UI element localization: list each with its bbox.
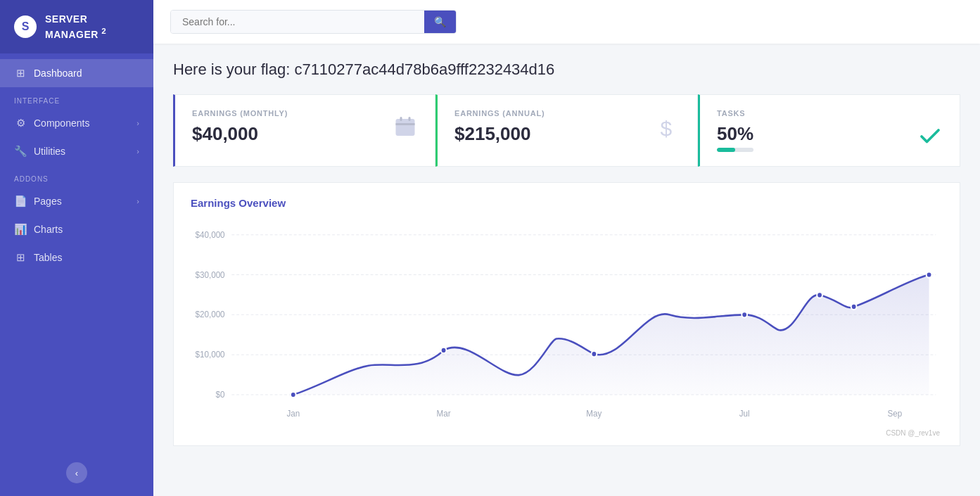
sidebar-item-label: Components bbox=[34, 117, 89, 129]
earnings-monthly-icon bbox=[393, 115, 418, 145]
sidebar-item-label: Tables bbox=[34, 252, 62, 263]
card-value: $40,000 bbox=[192, 123, 258, 145]
svg-point-26 bbox=[927, 272, 932, 277]
svg-text:May: May bbox=[586, 409, 602, 419]
section-label-addons: ADDONS bbox=[0, 165, 153, 187]
svg-rect-1 bbox=[396, 123, 415, 125]
svg-point-22 bbox=[591, 351, 597, 357]
chart-area: $40,000 $30,000 $20,000 $10,000 $0 Jan M… bbox=[191, 220, 943, 438]
sidebar-item-label: Utilities bbox=[34, 146, 65, 157]
sidebar-collapse-button[interactable]: ‹ bbox=[66, 462, 87, 483]
svg-text:$0: $0 bbox=[216, 390, 225, 400]
card-label: EARNINGS (ANNUAL) bbox=[454, 109, 680, 117]
svg-rect-3 bbox=[409, 117, 411, 121]
sidebar-item-pages[interactable]: 📄 Pages › bbox=[0, 187, 153, 215]
sidebar-app-title: SERVERMANAGER 2 bbox=[45, 13, 106, 41]
logo-icon: S bbox=[14, 15, 37, 38]
dashboard-icon: ⊞ bbox=[14, 67, 27, 80]
svg-text:Jan: Jan bbox=[286, 409, 300, 419]
tables-icon: ⊞ bbox=[14, 251, 27, 264]
search-wrapper: 🔍 bbox=[170, 10, 457, 34]
svg-point-25 bbox=[851, 304, 857, 310]
svg-point-21 bbox=[441, 348, 447, 353]
svg-text:$40,000: $40,000 bbox=[196, 229, 225, 239]
watermark: CSDN @_rev1ve bbox=[886, 429, 940, 437]
sidebar-item-components[interactable]: ⚙ Components › bbox=[0, 109, 153, 137]
tasks-icon bbox=[917, 124, 943, 152]
svg-text:Sep: Sep bbox=[888, 409, 903, 419]
card-earnings-monthly: EARNINGS (MONTHLY) $40,000 bbox=[173, 94, 435, 167]
sidebar-item-dashboard[interactable]: ⊞ Dashboard bbox=[0, 59, 153, 87]
chart-title: Earnings Overview bbox=[191, 197, 943, 209]
main-area: 🔍 Here is your flag: c7110277ac44d78b6a9… bbox=[153, 0, 980, 496]
cards-row: EARNINGS (MONTHLY) $40,000 EARNING bbox=[173, 94, 960, 167]
sidebar-item-charts[interactable]: 📊 Charts bbox=[0, 215, 153, 243]
svg-text:Jul: Jul bbox=[739, 409, 750, 419]
svg-text:$: $ bbox=[661, 117, 673, 140]
pages-icon: 📄 bbox=[14, 195, 27, 208]
svg-point-23 bbox=[742, 312, 747, 317]
progress-bar bbox=[717, 148, 753, 152]
sidebar-item-tables[interactable]: ⊞ Tables bbox=[0, 243, 153, 272]
sidebar: S SERVERMANAGER 2 ⊞ Dashboard INTERFACE … bbox=[0, 0, 153, 496]
sidebar-item-label: Dashboard bbox=[34, 68, 82, 79]
sidebar-logo: S SERVERMANAGER 2 bbox=[0, 0, 153, 53]
svg-point-20 bbox=[291, 392, 296, 398]
utilities-icon: 🔧 bbox=[14, 145, 27, 158]
search-input[interactable] bbox=[171, 11, 424, 33]
svg-rect-2 bbox=[400, 117, 402, 121]
components-icon: ⚙ bbox=[14, 117, 27, 129]
card-value: 50% bbox=[717, 123, 753, 145]
logo-letter: S bbox=[22, 20, 30, 33]
card-value: $215,000 bbox=[454, 123, 530, 145]
chevron-right-icon: › bbox=[136, 119, 139, 127]
content-area: Here is your flag: c7110277ac44d78b6a9ff… bbox=[153, 44, 980, 496]
card-earnings-annual: EARNINGS (ANNUAL) $215,000 $ bbox=[435, 94, 698, 167]
earnings-annual-icon: $ bbox=[655, 115, 680, 145]
earnings-chart: $40,000 $30,000 $20,000 $10,000 $0 Jan M… bbox=[191, 220, 943, 438]
card-label: EARNINGS (MONTHLY) bbox=[192, 109, 418, 117]
section-label-interface: INTERFACE bbox=[0, 87, 153, 109]
svg-text:$10,000: $10,000 bbox=[196, 350, 225, 360]
progress-bar-wrapper bbox=[717, 148, 753, 152]
search-icon: 🔍 bbox=[434, 16, 446, 27]
svg-point-24 bbox=[817, 292, 822, 298]
topbar: 🔍 bbox=[153, 0, 980, 44]
card-tasks: TASKS 50% bbox=[698, 94, 960, 167]
chart-card: Earnings Overview $40,000 $30,000 $20,00… bbox=[173, 182, 960, 446]
sidebar-item-label: Charts bbox=[34, 224, 63, 235]
svg-text:$20,000: $20,000 bbox=[196, 310, 225, 319]
svg-rect-0 bbox=[396, 119, 415, 136]
progress-fill bbox=[717, 148, 735, 152]
collapse-icon: ‹ bbox=[75, 468, 78, 478]
sidebar-item-utilities[interactable]: 🔧 Utilities › bbox=[0, 137, 153, 165]
charts-icon: 📊 bbox=[14, 223, 27, 236]
chevron-right-icon: › bbox=[136, 197, 139, 205]
svg-text:$30,000: $30,000 bbox=[196, 269, 225, 279]
card-label: TASKS bbox=[717, 109, 943, 117]
sidebar-nav: ⊞ Dashboard INTERFACE ⚙ Components › 🔧 U… bbox=[0, 53, 153, 462]
chevron-right-icon: › bbox=[136, 147, 139, 155]
search-button[interactable]: 🔍 bbox=[424, 11, 456, 33]
svg-text:Mar: Mar bbox=[437, 409, 451, 419]
sidebar-item-label: Pages bbox=[34, 196, 62, 207]
flag-text: Here is your flag: c7110277ac44d78b6a9ff… bbox=[173, 61, 960, 79]
